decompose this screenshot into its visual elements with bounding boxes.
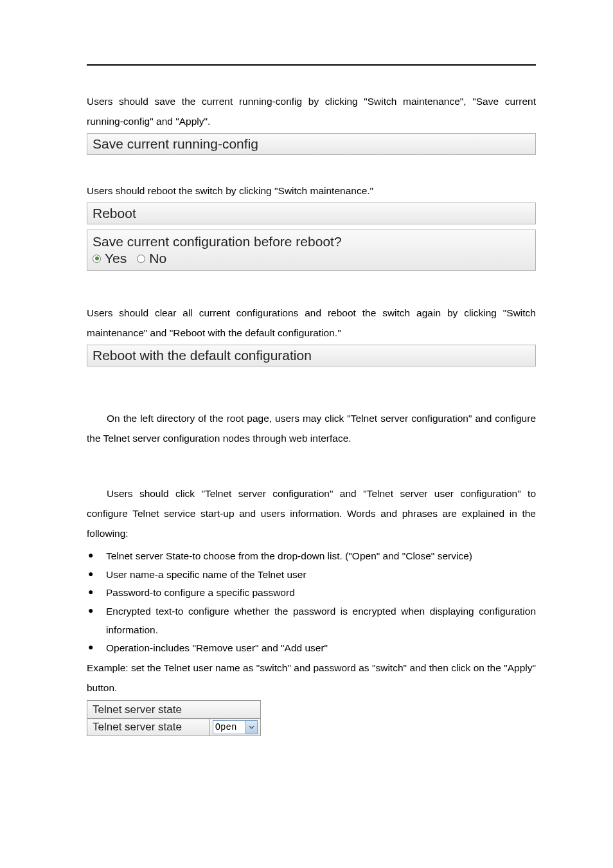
paragraph-save-config: Users should save the current running-co… <box>87 91 536 131</box>
panel-save-running-config: Save current running-config <box>87 133 536 155</box>
telnet-select-cell: Open <box>209 719 260 736</box>
panel-title-reboot-default: Reboot with the default configuration <box>93 348 530 363</box>
panel-reboot: Reboot <box>87 203 536 224</box>
list-item: Encrypted text-to configure whether the … <box>88 602 536 639</box>
list-item: Operation-includes "Remove user" and "Ad… <box>88 639 536 658</box>
top-rule <box>87 64 536 66</box>
chevron-down-icon <box>245 721 257 734</box>
radio-no[interactable] <box>137 255 145 263</box>
paragraph-example: Example: set the Telnet user name as "sw… <box>87 658 536 698</box>
paragraph-telnet-user-config: Users should click "Telnet server config… <box>87 484 536 543</box>
panel-title-reboot: Reboot <box>93 206 530 221</box>
telnet-state-label: Telnet server state <box>87 719 210 736</box>
list-item: Password-to configure a specific passwor… <box>88 584 536 602</box>
telnet-state-table: Telnet server state Telnet server state … <box>87 700 261 736</box>
telnet-table-header: Telnet server state <box>87 701 261 719</box>
panel-reboot-confirm: Save current configuration before reboot… <box>87 230 536 271</box>
radio-group-save-before-reboot: Yes No <box>93 251 530 266</box>
radio-yes[interactable] <box>93 255 101 263</box>
bullet-list: Telnet server State-to choose from the d… <box>87 547 536 658</box>
panel-title-save: Save current running-config <box>93 136 530 152</box>
telnet-state-value: Open <box>213 722 245 732</box>
list-item: User name-a specific name of the Telnet … <box>88 566 536 584</box>
panel-reboot-default: Reboot with the default configuration <box>87 345 536 366</box>
radio-no-label: No <box>149 251 166 266</box>
list-item: Telnet server State-to choose from the d… <box>88 547 536 566</box>
reboot-question-text: Save current configuration before reboot… <box>93 234 530 249</box>
radio-yes-label: Yes <box>105 251 127 266</box>
paragraph-reboot: Users should reboot the switch by clicki… <box>87 181 536 201</box>
paragraph-telnet-intro: On the left directory of the root page, … <box>87 408 536 448</box>
paragraph-default-config: Users should clear all current configura… <box>87 303 536 343</box>
telnet-state-select[interactable]: Open <box>213 720 258 734</box>
